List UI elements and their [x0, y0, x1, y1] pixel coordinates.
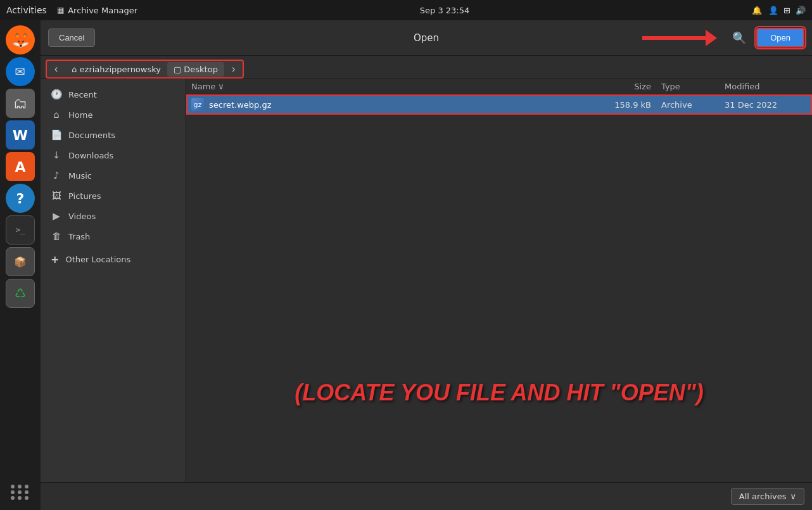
- dock-icon-archive[interactable]: 📦: [6, 247, 35, 276]
- dock-icon-writer[interactable]: W: [6, 120, 35, 150]
- dock-icon-recycle[interactable]: ♺: [6, 279, 35, 308]
- column-header-modified: Modified: [725, 82, 807, 91]
- breadcrumb-current-label: Desktop: [184, 65, 218, 74]
- activities-label[interactable]: Activities: [6, 5, 47, 15]
- all-archives-label: All archives: [739, 492, 787, 501]
- sidebar-item-trash-label: Trash: [68, 232, 90, 241]
- dock-icon-terminal[interactable]: >_: [6, 215, 35, 245]
- music-icon: ♪: [51, 170, 62, 181]
- sidebar-item-downloads-label: Downloads: [68, 151, 113, 160]
- file-modified: 31 Dec 2022: [725, 100, 807, 110]
- file-name-cell: gz secret.webp.gz: [191, 98, 598, 111]
- open-button[interactable]: Open: [756, 28, 804, 48]
- app-icon-small: ▦: [57, 6, 64, 15]
- all-archives-dropdown[interactable]: All archives ∨: [731, 488, 804, 505]
- dock-apps-grid-button[interactable]: [6, 480, 35, 505]
- breadcrumb-back-button[interactable]: ‹: [48, 61, 64, 77]
- add-location-icon: +: [51, 253, 59, 265]
- trash-icon: 🗑: [51, 231, 62, 242]
- archive-icon: 📦: [14, 256, 27, 268]
- sidebar-item-pictures-label: Pictures: [68, 191, 101, 201]
- content-area: 🕐 Recent ⌂ Home 📄 Documents ↓ Downloads …: [41, 79, 812, 482]
- column-header-name[interactable]: Name ∨: [191, 82, 598, 91]
- home-sidebar-icon: ⌂: [51, 109, 62, 120]
- size-column-label: Size: [634, 82, 651, 91]
- sidebar-item-videos-label: Videos: [68, 212, 96, 221]
- file-archive-icon: gz: [191, 98, 204, 111]
- network-icon: ⊞: [783, 6, 790, 15]
- thunderbird-icon: ✉: [15, 64, 26, 79]
- help-icon: ?: [16, 191, 25, 207]
- dock-icon-files[interactable]: 🗂: [6, 89, 35, 118]
- file-column-headers: Name ∨ Size Type Modified: [186, 79, 812, 94]
- sidebar-item-other-locations[interactable]: + Other Locations: [41, 249, 186, 270]
- dock-icon-appstore[interactable]: A: [6, 152, 35, 181]
- table-row[interactable]: gz secret.webp.gz 158.9 kB Archive 31 De…: [186, 94, 812, 115]
- recycle-icon: ♺: [15, 286, 26, 301]
- bell-icon: 🔔: [752, 6, 762, 15]
- topbar-datetime: Sep 3 23:54: [420, 6, 470, 15]
- file-name: secret.webp.gz: [209, 100, 272, 110]
- arrow-body: [642, 36, 706, 40]
- sidebar-item-trash[interactable]: 🗑 Trash: [41, 226, 186, 246]
- videos-icon: ▶: [51, 210, 62, 222]
- files-icon: 🗂: [13, 96, 27, 112]
- breadcrumb-home[interactable]: ⌂ ezriahzippernowsky: [65, 62, 167, 77]
- file-area: Name ∨ Size Type Modified gz: [186, 79, 812, 482]
- file-type: Archive: [661, 100, 725, 110]
- person-icon: 👤: [768, 6, 778, 15]
- column-header-size: Size: [598, 82, 661, 91]
- breadcrumb-home-label: ezriahzippernowsky: [80, 65, 161, 74]
- firefox-icon: 🦊: [12, 32, 29, 48]
- topbar-right: 🔔 👤 ⊞ 🔊: [752, 6, 806, 15]
- column-header-type: Type: [661, 82, 725, 91]
- breadcrumb-current[interactable]: ▢ Desktop: [167, 62, 224, 77]
- writer-icon: W: [13, 127, 28, 143]
- topbar: Activities ▦ Archive Manager Sep 3 23:54…: [0, 0, 812, 20]
- appstore-icon: A: [15, 159, 25, 175]
- sidebar-other-locations-label: Other Locations: [65, 255, 130, 264]
- modified-column-label: Modified: [725, 82, 759, 91]
- search-button[interactable]: 🔍: [727, 29, 751, 48]
- bottom-bar: All archives ∨: [41, 482, 812, 510]
- main-content: Cancel Open 🔍 Open ‹ ⌂ ezriahzippernowsk…: [41, 20, 812, 510]
- sidebar-item-music[interactable]: ♪ Music: [41, 165, 186, 186]
- file-size: 158.9 kB: [598, 100, 661, 110]
- dialog-title: Open: [414, 32, 439, 44]
- sidebar-item-documents[interactable]: 📄 Documents: [41, 125, 186, 145]
- app-title: Archive Manager: [68, 6, 137, 15]
- dialog-header: Cancel Open 🔍 Open: [41, 20, 812, 56]
- dock-icon-firefox[interactable]: 🦊: [6, 25, 35, 54]
- terminal-icon: >_: [16, 226, 25, 234]
- breadcrumb-forward-button[interactable]: ›: [225, 61, 241, 77]
- home-icon: ⌂: [72, 65, 77, 74]
- cancel-button[interactable]: Cancel: [48, 29, 95, 47]
- pictures-icon: 🖼: [51, 190, 62, 201]
- arrow-head: [706, 30, 717, 46]
- topbar-left: Activities ▦ Archive Manager: [6, 5, 137, 15]
- sidebar: 🕐 Recent ⌂ Home 📄 Documents ↓ Downloads …: [41, 79, 186, 482]
- documents-icon: 📄: [51, 129, 62, 141]
- sidebar-item-documents-label: Documents: [68, 131, 115, 140]
- breadcrumb-bar: ‹ ⌂ ezriahzippernowsky ▢ Desktop ›: [41, 56, 812, 79]
- breadcrumb-inner: ‹ ⌂ ezriahzippernowsky ▢ Desktop ›: [46, 60, 244, 79]
- sidebar-item-videos[interactable]: ▶ Videos: [41, 206, 186, 226]
- sidebar-item-pictures[interactable]: 🖼 Pictures: [41, 186, 186, 206]
- volume-icon: 🔊: [796, 6, 806, 15]
- dock: 🦊 ✉ 🗂 W A ? >_ 📦 ♺: [0, 20, 41, 510]
- file-list: gz secret.webp.gz 158.9 kB Archive 31 De…: [186, 94, 812, 482]
- type-column-label: Type: [661, 82, 680, 91]
- topbar-system-icons: 👤 ⊞ 🔊: [768, 6, 806, 15]
- folder-icon: ▢: [174, 65, 181, 74]
- topbar-app: ▦ Archive Manager: [57, 6, 137, 15]
- arrow-annotation: [642, 30, 717, 46]
- dock-icon-thunderbird[interactable]: ✉: [6, 57, 35, 86]
- recent-icon: 🕐: [51, 89, 62, 100]
- sidebar-item-home[interactable]: ⌂ Home: [41, 105, 186, 125]
- sidebar-item-downloads[interactable]: ↓ Downloads: [41, 145, 186, 165]
- sidebar-item-recent[interactable]: 🕐 Recent: [41, 84, 186, 105]
- sort-icon: ∨: [218, 82, 224, 91]
- dock-icon-help[interactable]: ?: [6, 184, 35, 213]
- sidebar-item-recent-label: Recent: [68, 90, 97, 99]
- downloads-icon: ↓: [51, 150, 62, 161]
